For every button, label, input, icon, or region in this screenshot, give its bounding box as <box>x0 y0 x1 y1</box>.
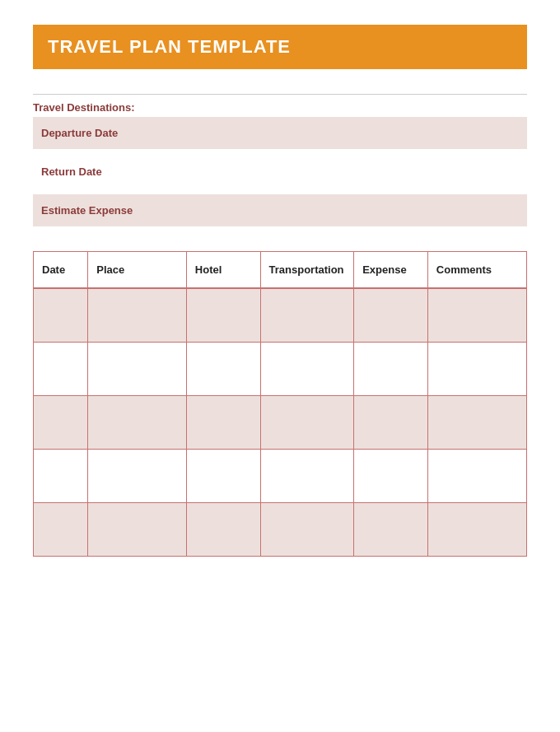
cell-expense[interactable] <box>354 395 428 449</box>
page-title: TRAVEL PLAN TEMPLATE <box>48 36 512 58</box>
cell-place[interactable] <box>88 395 187 449</box>
cell-comments[interactable] <box>427 288 526 342</box>
estimate-expense-field[interactable]: Estimate Expense <box>33 194 527 226</box>
cell-place[interactable] <box>88 288 187 342</box>
departure-date-field[interactable]: Departure Date <box>33 117 527 149</box>
cell-comments[interactable] <box>427 449 526 502</box>
cell-comments[interactable] <box>427 502 526 556</box>
table-header-row: Date Place Hotel Transportation Expense … <box>34 252 526 288</box>
table-row <box>34 502 526 556</box>
cell-expense[interactable] <box>354 449 428 502</box>
col-header-place: Place <box>88 252 187 288</box>
col-header-date: Date <box>34 252 88 288</box>
col-header-expense: Expense <box>354 252 428 288</box>
col-header-transportation: Transportation <box>260 252 354 288</box>
travel-table-container: Date Place Hotel Transportation Expense … <box>33 251 527 557</box>
cell-date[interactable] <box>34 449 88 502</box>
cell-transportation[interactable] <box>260 342 354 395</box>
cell-hotel[interactable] <box>186 342 260 395</box>
cell-transportation[interactable] <box>260 395 354 449</box>
cell-hotel[interactable] <box>186 288 260 342</box>
cell-hotel[interactable] <box>186 449 260 502</box>
cell-place[interactable] <box>88 449 187 502</box>
travel-table: Date Place Hotel Transportation Expense … <box>34 252 526 556</box>
cell-place[interactable] <box>88 502 187 556</box>
cell-expense[interactable] <box>354 342 428 395</box>
header-banner: TRAVEL PLAN TEMPLATE <box>33 25 527 69</box>
table-row <box>34 395 526 449</box>
cell-comments[interactable] <box>427 395 526 449</box>
cell-date[interactable] <box>34 288 88 342</box>
cell-expense[interactable] <box>354 502 428 556</box>
table-row <box>34 449 526 502</box>
cell-transportation[interactable] <box>260 449 354 502</box>
col-header-hotel: Hotel <box>186 252 260 288</box>
form-section-label: Travel Destinations: <box>33 95 527 117</box>
form-section: Travel Destinations: Departure Date Retu… <box>33 94 527 226</box>
col-header-comments: Comments <box>427 252 526 288</box>
cell-date[interactable] <box>34 502 88 556</box>
cell-hotel[interactable] <box>186 502 260 556</box>
cell-transportation[interactable] <box>260 288 354 342</box>
cell-hotel[interactable] <box>186 395 260 449</box>
cell-date[interactable] <box>34 395 88 449</box>
return-date-field[interactable]: Return Date <box>33 156 527 188</box>
cell-transportation[interactable] <box>260 502 354 556</box>
cell-expense[interactable] <box>354 288 428 342</box>
table-row <box>34 288 526 342</box>
cell-date[interactable] <box>34 342 88 395</box>
page: TRAVEL PLAN TEMPLATE Travel Destinations… <box>0 0 560 732</box>
table-row <box>34 342 526 395</box>
cell-comments[interactable] <box>427 342 526 395</box>
cell-place[interactable] <box>88 342 187 395</box>
